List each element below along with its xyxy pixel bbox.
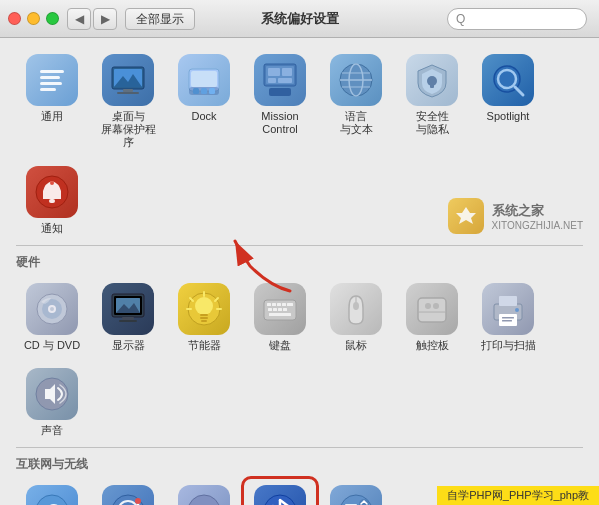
svg-rect-45 xyxy=(122,317,134,320)
share-icon xyxy=(330,485,382,505)
mail-icon xyxy=(102,485,154,505)
svg-point-72 xyxy=(425,303,431,309)
nav-forward-button[interactable]: ▶ xyxy=(93,8,117,30)
svg-rect-15 xyxy=(209,88,215,94)
pref-notification[interactable]: 通知 xyxy=(16,160,88,241)
svg-rect-18 xyxy=(268,68,280,76)
search-box[interactable]: Q xyxy=(447,8,587,30)
pref-mail[interactable]: 邮件、通讯录、日历 xyxy=(92,479,164,505)
nav-buttons: ◀ ▶ xyxy=(67,8,117,30)
traffic-lights xyxy=(8,12,59,25)
divider-1 xyxy=(16,245,583,246)
svg-rect-78 xyxy=(502,320,512,322)
desktop-label: 桌面与屏幕保护程序 xyxy=(96,110,160,150)
hardware-section-label: 硬件 xyxy=(16,254,583,271)
svg-rect-2 xyxy=(40,82,62,85)
window-title: 系统偏好设置 xyxy=(261,10,339,28)
network-icon xyxy=(178,485,230,505)
pref-spotlight[interactable]: Spotlight xyxy=(472,48,544,156)
maximize-button[interactable] xyxy=(46,12,59,25)
svg-rect-19 xyxy=(282,68,292,76)
svg-rect-59 xyxy=(272,303,276,306)
pref-icloud[interactable]: iCloud xyxy=(16,479,88,505)
pref-print[interactable]: 打印与扫描 xyxy=(472,277,544,358)
svg-rect-8 xyxy=(123,89,133,92)
pref-display[interactable]: 显示器 xyxy=(92,277,164,358)
svg-rect-34 xyxy=(49,199,55,203)
svg-rect-20 xyxy=(268,78,276,83)
general-label: 通用 xyxy=(41,110,63,123)
svg-rect-0 xyxy=(40,70,64,73)
minimize-button[interactable] xyxy=(27,12,40,25)
title-bar: ◀ ▶ 全部显示 系统偏好设置 Q xyxy=(0,0,599,38)
mission-icon xyxy=(254,54,306,106)
pref-keyboard[interactable]: 键盘 xyxy=(244,277,316,358)
svg-point-48 xyxy=(195,297,213,315)
svg-rect-70 xyxy=(418,298,446,322)
svg-rect-64 xyxy=(273,308,277,311)
svg-rect-75 xyxy=(499,296,517,306)
general-icon xyxy=(26,54,78,106)
mouse-label: 鼠标 xyxy=(345,339,367,352)
pref-trackpad[interactable]: 触控板 xyxy=(396,277,468,358)
pref-share[interactable]: 共享 xyxy=(320,479,392,505)
hardware-section: CD 与 DVD 显示器 xyxy=(16,277,583,443)
notification-icon xyxy=(26,166,78,218)
svg-rect-63 xyxy=(268,308,272,311)
svg-marker-150 xyxy=(456,207,476,224)
pref-security[interactable]: 安全性与隐私 xyxy=(396,48,468,156)
pref-mouse[interactable]: 鼠标 xyxy=(320,277,392,358)
pref-energy[interactable]: 节能器 xyxy=(168,277,240,358)
main-content: 通用 桌面与屏幕保护程序 xyxy=(0,38,599,505)
trackpad-label: 触控板 xyxy=(416,339,449,352)
spotlight-label: Spotlight xyxy=(487,110,530,123)
close-button[interactable] xyxy=(8,12,21,25)
svg-point-39 xyxy=(50,307,54,311)
energy-label: 节能器 xyxy=(188,339,221,352)
svg-rect-67 xyxy=(269,313,291,316)
icloud-icon xyxy=(26,485,78,505)
keyboard-icon xyxy=(254,283,306,335)
display-icon xyxy=(102,283,154,335)
svg-rect-60 xyxy=(277,303,281,306)
svg-rect-9 xyxy=(117,92,139,94)
svg-rect-66 xyxy=(283,308,287,311)
svg-rect-22 xyxy=(269,88,291,96)
svg-point-79 xyxy=(515,308,519,312)
dock-icon xyxy=(178,54,230,106)
svg-rect-49 xyxy=(200,314,208,316)
svg-point-87 xyxy=(135,498,141,504)
keyboard-label: 键盘 xyxy=(269,339,291,352)
svg-rect-46 xyxy=(119,320,137,322)
pref-general[interactable]: 通用 xyxy=(16,48,88,156)
bottom-watermark: 自学PHP网_PHP学习_php教 xyxy=(437,486,599,505)
svg-rect-21 xyxy=(278,78,292,83)
search-icon: Q xyxy=(456,12,465,26)
pref-network[interactable]: 网络 xyxy=(168,479,240,505)
svg-rect-11 xyxy=(191,71,217,87)
pref-mission[interactable]: MissionControl xyxy=(244,48,316,156)
pref-sound[interactable]: 声音 xyxy=(16,362,88,443)
search-input[interactable] xyxy=(469,12,578,26)
nav-back-button[interactable]: ◀ xyxy=(67,8,91,30)
divider-2 xyxy=(16,447,583,448)
cd-label: CD 与 DVD xyxy=(24,339,80,352)
svg-rect-13 xyxy=(193,88,199,94)
svg-point-69 xyxy=(353,302,359,310)
svg-rect-51 xyxy=(201,320,207,322)
pref-cd[interactable]: CD 与 DVD xyxy=(16,277,88,358)
cd-icon xyxy=(26,283,78,335)
pref-bluetooth[interactable]: 蓝牙 xyxy=(244,479,316,505)
pref-dock[interactable]: Dock xyxy=(168,48,240,156)
security-label: 安全性与隐私 xyxy=(416,110,449,136)
security-icon xyxy=(406,54,458,106)
sound-label: 声音 xyxy=(41,424,63,437)
show-all-button[interactable]: 全部显示 xyxy=(125,8,195,30)
mouse-icon xyxy=(330,283,382,335)
pref-language[interactable]: 语言与文本 xyxy=(320,48,392,156)
trackpad-icon xyxy=(406,283,458,335)
svg-rect-50 xyxy=(200,317,208,319)
watermark: 系统之家 XITONGZHIJIA.NET xyxy=(448,198,584,234)
pref-desktop[interactable]: 桌面与屏幕保护程序 xyxy=(92,48,164,156)
svg-rect-65 xyxy=(278,308,282,311)
